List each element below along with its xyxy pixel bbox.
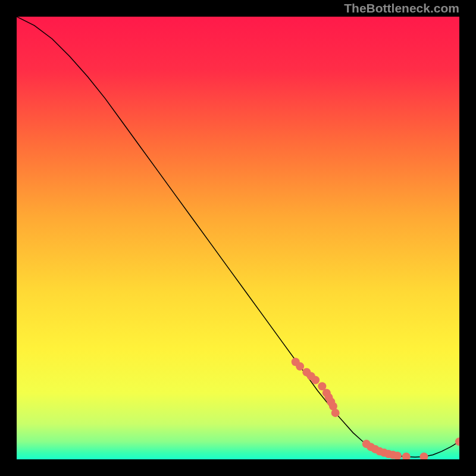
data-point	[419, 453, 428, 459]
data-point	[296, 362, 304, 371]
curve-layer	[17, 17, 459, 459]
data-point	[331, 409, 340, 417]
data-point	[455, 437, 459, 446]
data-point	[311, 376, 320, 384]
data-point	[402, 453, 411, 459]
marker-group	[292, 358, 459, 459]
chart-container: TheBottleneck.com	[0, 0, 476, 476]
watermark-text: TheBottleneck.com	[344, 1, 459, 15]
plot-area	[17, 17, 459, 459]
bottleneck-curve	[17, 17, 459, 457]
